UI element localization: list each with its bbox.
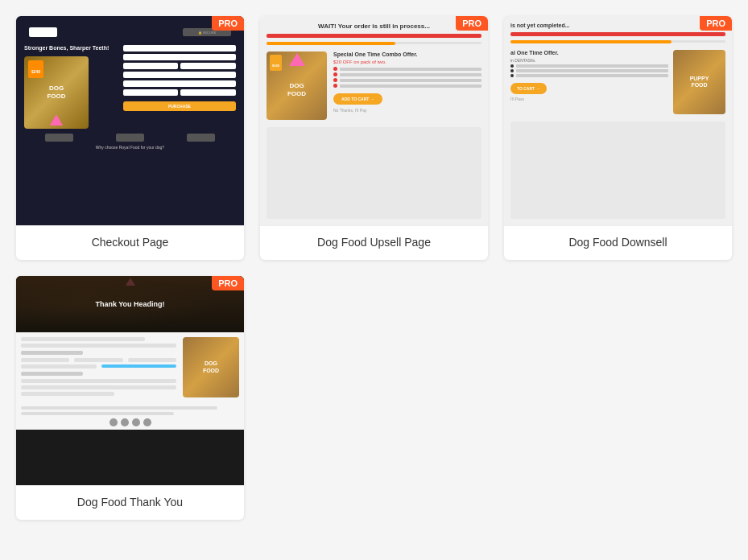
downsell-text-area: al One Time Offer. in DENTASfix. [510,50,668,114]
upsell-red-bar [267,34,481,38]
price-badge: $249 [28,60,43,78]
upsell-bullet-1 [333,67,481,71]
social-icon-3 [132,418,140,426]
thankyou-section-downloads [21,351,83,355]
upsell-content-area: DOGFOOD $249 Special One Time Combo Offe… [267,51,481,120]
downsell-sub-1: in DENTASfix. [510,58,668,63]
checkout-purchase-btn[interactable]: PURCHASE [123,101,236,111]
form-field-3 [123,63,179,69]
downsell-bullet-2 [510,69,668,72]
card-checkout[interactable]: PRO 🔒 SECURE Stronger Bones, Sharper Tee… [16,16,244,260]
social-icon-2 [121,418,129,426]
thankyou-section-order [21,372,83,376]
downsell-product-name: PUPPYFOOD [690,76,709,89]
thankyou-product-name: DOGFOOD [203,360,219,374]
thankyou-bottom-section [16,403,244,430]
d-bullet-text-1 [516,64,668,68]
card-label-checkout: Checkout Page [16,225,244,260]
d-bullet-text-3 [516,74,668,77]
bullet-text-4 [340,84,481,88]
thankyou-bottom-text-1 [21,406,217,410]
pro-badge-upsell: PRO [456,16,488,31]
thankyou-heading: Thank You Heading! [95,300,164,308]
form-field-1 [123,45,236,51]
card-downsell[interactable]: PRO is not yet completed... al One Time … [504,16,732,260]
downsell-no-thanks[interactable]: I'll Pass [510,97,668,101]
upsell-product-name: DOGFOOD [287,82,306,97]
form-field-7 [123,89,179,96]
downsell-gray-section [510,121,725,219]
form-field-6 [123,80,236,87]
upsell-preview-content: WAIT! Your order is still in process... … [260,16,488,225]
thankyou-download-row [21,358,176,362]
upsell-text-area: Special One Time Combo Offer. $20 OFF on… [333,51,481,120]
card-label-downsell: Dog Food Downsell [504,225,732,260]
checkout-trust-badges [24,134,236,142]
form-row-2 [123,89,236,96]
thankyou-product-image: DOGFOOD [183,337,239,397]
upsell-price-text: $20 OFF on pack of two. [333,60,481,64]
secure-text: 🔒 SECURE [198,31,217,35]
checkout-product-image: $249 DOGFOOD [24,56,89,129]
upsell-no-thanks[interactable]: No Thanks, I'll Pay [333,108,481,113]
card-preview-thankyou: Thank You Heading! [16,276,244,485]
checkout-left: Stronger Bones, Sharper Teeth! $249 DOGF… [24,45,118,129]
thankyou-download-items [21,364,176,369]
downsell-preview-content: is not yet completed... al One Time Offe… [504,16,732,225]
checkout-preview-content: 🔒 SECURE Stronger Bones, Sharper Teeth! … [16,16,244,225]
thankyou-social-icons [21,418,239,426]
checkout-logo [29,27,57,37]
d-bullet-dot-3 [510,74,514,77]
upsell-btn-text: ADD TO CART → [341,97,374,101]
bullet-text-3 [340,79,481,82]
card-label-upsell: Dog Food Upsell Page [260,225,488,260]
checkout-header: 🔒 SECURE [24,24,236,40]
downsell-product-image: PUPPYFOOD [673,50,725,114]
card-preview-downsell: is not yet completed... al One Time Offe… [504,16,732,225]
upsell-bullet-4 [333,84,481,88]
bullet-dot-2 [333,72,337,76]
d-bullet-dot-1 [510,64,514,68]
d-bullet-dot-2 [510,69,514,72]
product-name: DOGFOOD [47,84,65,100]
card-thankyou[interactable]: PRO Thank You Heading! [16,276,244,520]
form-field-8 [180,89,236,96]
checkout-btn-text: PURCHASE [168,104,191,109]
thankyou-hero-bg: Thank You Heading! [16,276,244,332]
bullet-text-2 [340,73,481,76]
thankyou-bottom-text-2 [21,412,174,415]
card-preview-checkout: 🔒 SECURE Stronger Bones, Sharper Teeth! … [16,16,244,225]
upsell-product-image: DOGFOOD $249 [267,51,327,120]
upsell-gray-section [267,127,481,219]
downsell-add-to-cart-btn[interactable]: TO CART → [510,83,547,94]
upsell-progress-bar-track [267,42,481,44]
upsell-price-badge-text: $249 [272,64,279,68]
upsell-add-to-cart-btn[interactable]: ADD TO CART → [333,93,382,105]
thankyou-row-1 [21,337,145,341]
page-container: PRO 🔒 SECURE Stronger Bones, Sharper Tee… [16,16,732,520]
pro-badge-checkout: PRO [212,16,244,31]
thankyou-content-left [21,337,176,398]
price-text: $249 [31,69,40,74]
bullet-dot-4 [333,84,337,88]
card-upsell[interactable]: PRO WAIT! Your order is still in process… [260,16,488,260]
checkout-hero-text: Stronger Bones, Sharper Teeth! [24,45,118,51]
downsell-btn-text: TO CART → [517,86,540,91]
thankyou-col-header-1 [21,358,69,362]
card-label-thankyou: Dog Food Thank You [16,485,244,520]
thankyou-order-row-1 [21,379,176,383]
d-bullet-text-2 [516,69,668,72]
checkout-form: PURCHASE [123,45,236,129]
checkout-why-text: Why choose Royal Food for your dog? [96,145,164,150]
thankyou-preview-content: Thank You Heading! [16,276,244,485]
downsell-content-area: al One Time Offer. in DENTASfix. [510,50,725,114]
thankyou-order-row-3 [21,392,114,396]
form-field-5 [123,72,236,78]
trust-badge-3 [187,134,215,142]
bullet-text-1 [340,68,481,71]
trust-badge-2 [116,134,144,142]
downsell-bullet-1 [510,64,668,68]
thankyou-body: DOGFOOD [16,332,244,403]
social-icon-4 [143,418,151,426]
card-grid-row1: PRO 🔒 SECURE Stronger Bones, Sharper Tee… [16,16,732,260]
